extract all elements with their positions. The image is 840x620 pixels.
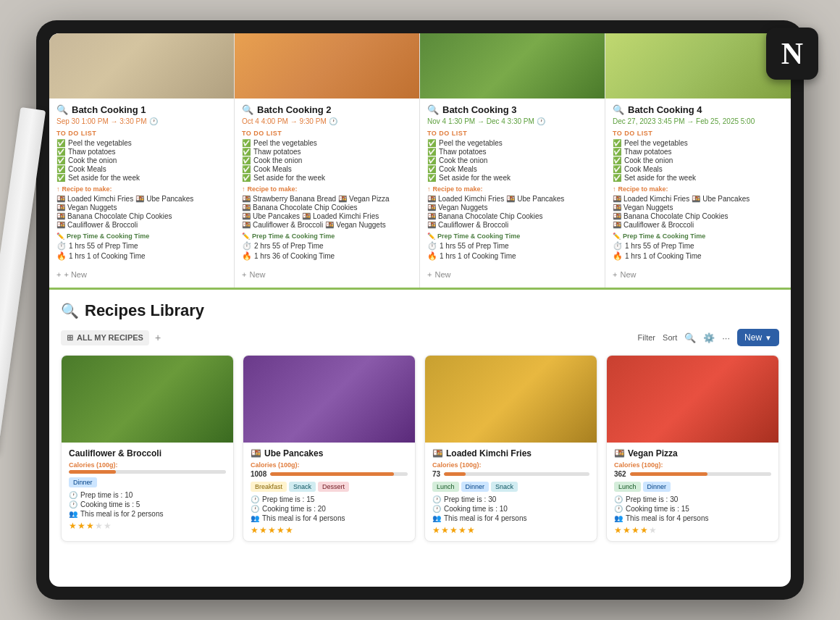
recipe-card-4[interactable]: 🍱 Vegan Pizza Calories (100g): 362: [606, 355, 779, 542]
batch-new-btn-2[interactable]: +New: [235, 267, 419, 282]
recipe-image-1: [62, 356, 233, 443]
batch-card-4[interactable]: 🔍 Batch Cooking 4 Dec 27, 2023 3:45 PM →…: [605, 33, 791, 288]
star-1: ★: [614, 525, 622, 535]
batch-image-1: [49, 33, 234, 99]
todo-item: ✅Thaw potatoes: [613, 148, 784, 156]
person-icon: 👥: [69, 510, 77, 518]
calories-label-3: Calories (100g):: [432, 461, 589, 469]
add-tab-button[interactable]: +: [155, 332, 161, 343]
star-2: ★: [77, 521, 85, 531]
batch-new-btn-4[interactable]: +New: [605, 267, 791, 282]
recipe-card-1[interactable]: Cauliflower & Broccoli Calories (100g): …: [61, 355, 234, 542]
todo-item: ✅Set aside for the week: [56, 174, 227, 182]
todo-item: ✅Set aside for the week: [427, 174, 597, 182]
ellipsis-icon[interactable]: ···: [722, 332, 730, 343]
todo-item: ✅Cook Meals: [427, 165, 597, 173]
prep-time-detail-3: 🕐 Prep time is : 30: [432, 495, 589, 503]
recipe-card-body-3: 🍱 Loaded Kimchi Fries Calories (100g): 7…: [425, 443, 597, 541]
recipe-image-3: [425, 356, 597, 443]
person-icon: 👥: [251, 514, 259, 522]
servings-detail-2: 👥 This meal is for 4 persons: [251, 514, 408, 522]
batch-card-3[interactable]: 🔍 Batch Cooking 3 Nov 4 1:30 PM → Dec 4 …: [420, 33, 605, 288]
star-3: ★: [450, 525, 458, 535]
calories-fill-4: [630, 472, 707, 476]
cook-time-detail-4: 🕐 Cooking time is : 15: [614, 505, 771, 513]
cook-icon: 🕐: [614, 505, 623, 513]
batch-title-1: 🔍 Batch Cooking 1: [56, 104, 227, 115]
stars-row-2: ★ ★ ★ ★ ★: [251, 525, 408, 535]
servings-detail-3: 👥 This meal is for 4 persons: [432, 514, 589, 522]
batch-new-btn-3[interactable]: +New: [420, 267, 605, 282]
batch-card-body-2: 🔍 Batch Cooking 2 Oct 4 4:00 PM → 9:30 P…: [235, 99, 419, 264]
search-icon[interactable]: 🔍: [684, 332, 696, 343]
recipe-label-2: ↑Recipe to make:: [242, 185, 412, 193]
cook-time-detail-1: 🕐 Cooking time is : 5: [69, 500, 226, 508]
recipe-image-4: [607, 356, 778, 443]
recipe-label-3: ↑Recipe to make:: [427, 185, 597, 193]
calories-bar-4: 362: [614, 470, 771, 478]
recipe-item: 🍱Cauliflower & Broccoli: [427, 221, 597, 229]
batch-date-2: Oct 4 4:00 PM → 9:30 PM 🕐: [242, 117, 412, 125]
star-2: ★: [259, 525, 267, 535]
new-recipe-button[interactable]: New ▼: [737, 329, 779, 346]
filter-button[interactable]: Filter: [638, 333, 655, 342]
more-options-icon[interactable]: ⚙️: [703, 332, 715, 343]
all-my-recipes-tab[interactable]: ⊞ ALL MY RECIPES: [61, 330, 149, 345]
todo-item: ✅Cook the onion: [427, 156, 597, 164]
breakfast-tag: Breakfast: [251, 482, 287, 492]
star-3: ★: [86, 521, 94, 531]
batch-card-1[interactable]: 🔍 Batch Cooking 1 Sep 30 1:00 PM → 3:30 …: [49, 33, 235, 288]
prep-time-detail-2: 🕐 Prep time is : 15: [251, 495, 408, 503]
recipe-card-body-4: 🍱 Vegan Pizza Calories (100g): 362: [607, 443, 778, 541]
todo-item: ✅Set aside for the week: [613, 174, 784, 182]
batch-title-icon-4: 🔍: [613, 104, 624, 115]
batch-new-btn-1[interactable]: ++ New: [49, 267, 234, 282]
star-4: ★: [458, 525, 466, 535]
batch-section: 🔍 Batch Cooking 1 Sep 30 1:00 PM → 3:30 …: [49, 33, 791, 290]
recipe-cards-grid: Cauliflower & Broccoli Calories (100g): …: [61, 355, 779, 553]
batch-title-2: 🔍 Batch Cooking 2: [242, 104, 412, 115]
dropdown-caret-icon: ▼: [765, 334, 772, 342]
calories-value-2: 1008: [251, 470, 266, 478]
recipe-item: 🍱Banana Chocolate Chip Cookies: [242, 204, 412, 211]
recipe-card-3[interactable]: 🍱 Loaded Kimchi Fries Calories (100g): 7…: [424, 355, 597, 542]
calories-bar-1: [69, 470, 226, 474]
recipe-item: 🍱Ube Pancakes 🍱Loaded Kimchi Fries: [242, 212, 412, 220]
todo-item: ✅Peel the vegetables: [242, 139, 412, 147]
cook-icon: 🕐: [432, 505, 441, 513]
dinner-tag: Dinner: [69, 477, 97, 487]
cook-icon: 🕐: [251, 505, 259, 513]
calendar-icon-2: 🕐: [329, 117, 337, 125]
tag-row-1: Dinner: [69, 477, 226, 487]
star-3: ★: [631, 525, 639, 535]
star-2: ★: [441, 525, 449, 535]
snack-tag: Snack: [491, 482, 518, 492]
prep-label-1: ✏️Prep Time & Cooking Time: [56, 232, 227, 240]
todo-item: ✅Cook the onion: [613, 156, 784, 164]
todo-item: ✅Thaw potatoes: [242, 148, 412, 156]
servings-detail-4: 👥 This meal is for 4 persons: [614, 514, 771, 522]
servings-detail-1: 👥 This meal is for 2 persons: [69, 510, 226, 518]
batch-card-2[interactable]: 🔍 Batch Cooking 2 Oct 4 4:00 PM → 9:30 P…: [235, 33, 420, 288]
ipad-frame: N Pencil 🔍 Batch Cooking 1: [36, 20, 804, 600]
content-area[interactable]: 🔍 Batch Cooking 1 Sep 30 1:00 PM → 3:30 …: [49, 33, 791, 587]
star-5: ★: [104, 521, 112, 531]
recipe-image-2: [243, 356, 415, 443]
recipe-card-2[interactable]: 🍱 Ube Pancakes Calories (100g): 1008: [243, 355, 416, 542]
prep-time-detail-4: 🕐 Prep time is : 30: [614, 495, 771, 503]
calories-value-3: 73: [432, 470, 440, 478]
sort-button[interactable]: Sort: [663, 333, 677, 342]
batch-date-4: Dec 27, 2023 3:45 PM → Feb 25, 2025 5:00: [613, 117, 784, 125]
batch-card-body-1: 🔍 Batch Cooking 1 Sep 30 1:00 PM → 3:30 …: [49, 99, 234, 264]
star-5: ★: [649, 525, 657, 535]
prep-time-2: ⏱️2 hrs 55 of Prep Time: [242, 241, 412, 251]
calories-bar-track-2: [270, 472, 408, 476]
recipe-item: 🍱Banana Chocolate Chip Cookies: [427, 212, 597, 220]
batch-image-3: [420, 33, 605, 99]
calories-value-4: 362: [614, 470, 626, 478]
cook-time-2: 🔥1 hrs 36 of Cooking Time: [242, 251, 412, 261]
todo-item: ✅Peel the vegetables: [613, 139, 784, 147]
prep-time-3: ⏱️1 hrs 55 of Prep Time: [427, 241, 597, 251]
recipes-title: Recipes Library: [85, 301, 204, 320]
notion-letter: N: [781, 38, 803, 69]
